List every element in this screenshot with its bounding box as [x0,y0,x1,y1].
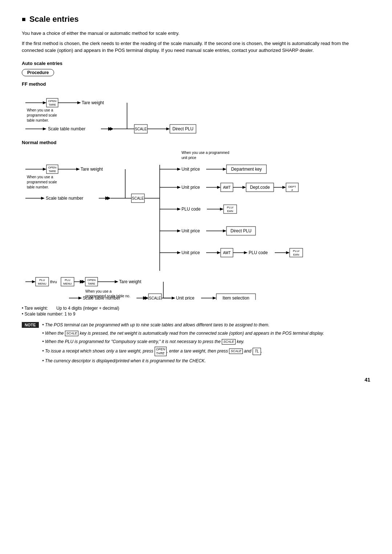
svg-text:OPEN: OPEN [87,278,96,282]
svg-text:When you use a: When you use a [27,175,53,179]
svg-text:SCALE: SCALE [132,196,144,200]
svg-marker-30 [43,168,46,171]
svg-marker-108 [32,280,36,283]
svg-marker-78 [177,208,181,211]
svg-text:OPEN: OPEN [48,99,57,103]
svg-text:MENU: MENU [63,282,72,285]
svg-text:PLU: PLU [39,278,45,282]
svg-marker-93 [177,251,181,254]
procedure-badge: Procedure [22,69,54,76]
note-block: NOTE • The POS terminal can be programme… [22,322,370,366]
note-item-4: • To issue a receipt which shows only a … [42,347,324,356]
svg-text:Unit price: Unit price [176,296,195,300]
svg-marker-138 [172,297,175,300]
note-item-5: • The currency descriptor is displayed/p… [42,358,324,364]
svg-marker-100 [244,251,248,254]
svg-text:Item selection: Item selection [222,296,249,300]
svg-marker-129 [78,297,82,300]
svg-text:TARE: TARE [88,282,95,285]
svg-marker-69 [242,186,246,189]
svg-marker-86 [177,229,181,232]
svg-marker-89 [223,229,226,232]
svg-marker-6 [77,101,81,104]
svg-text:AMT: AMT [223,251,230,255]
svg-marker-81 [220,208,224,211]
svg-marker-73 [282,186,286,189]
svg-text:Tare weight: Tare weight [82,100,104,105]
auto-scale-title: Auto scale entries [22,61,370,66]
normal-diagram-svg: When you use a programmed unit price OPE… [22,147,367,300]
svg-text:#: # [291,188,293,192]
svg-text:Department key: Department key [231,167,262,172]
page-number: 41 [22,377,370,383]
svg-text:Unit price: Unit price [181,250,200,255]
svg-marker-141 [213,297,216,300]
svg-marker-58 [223,168,226,171]
svg-text:When you use a programmed: When you use a programmed [181,151,229,155]
svg-text:Direct PLU: Direct PLU [172,126,193,131]
svg-text:Scale table number: Scale table number [46,196,83,201]
svg-text:TARE: TARE [49,170,56,173]
note-tare-weight: • Tare weight: Up to 4 digits (integer +… [22,306,370,311]
note-content: • The POS terminal can be programmed wit… [42,322,324,366]
svg-text:DEPT: DEPT [288,185,296,188]
svg-marker-35 [76,168,80,171]
ff-method-title: FF method [22,81,370,87]
svg-text:Tare weight: Tare weight [81,167,103,172]
normal-method-title: Normal method [22,140,370,145]
svg-text:When you use a: When you use a [27,108,53,112]
svg-text:PLU: PLU [65,278,70,282]
svg-text:Unit price: Unit price [181,228,200,233]
svg-marker-46 [107,196,111,200]
svg-text:When you use a: When you use a [85,289,112,293]
svg-marker-55 [177,168,181,171]
svg-text:TARE: TARE [49,103,56,106]
svg-text:EAN: EAN [293,253,299,256]
note-item-1: • The POS terminal can be programmed wit… [42,322,324,329]
svg-marker-13 [43,127,46,130]
svg-text:OPEN: OPEN [48,166,57,169]
page-title: Scale entries [22,15,370,24]
scale-key-inline-2: SCALE [222,339,236,345]
svg-text:table number.: table number. [27,118,49,122]
svg-marker-103 [286,251,290,254]
svg-text:table number.: table number. [27,185,49,189]
svg-text:Scale table number: Scale table number [48,126,85,131]
note-label: NOTE [22,322,39,328]
scale-key-inline: SCALE [65,331,79,336]
svg-marker-133 [145,296,148,300]
svg-text:PLU code: PLU code [249,250,268,255]
svg-marker-42 [41,197,45,200]
svg-text:EAN: EAN [227,209,233,213]
svg-text:PLU code: PLU code [181,207,201,212]
svg-text:PLU/: PLU/ [293,249,300,253]
svg-marker-96 [217,251,221,254]
svg-text:thru: thru [50,280,57,284]
svg-text:SCALE: SCALE [135,127,147,131]
note-item-3: • When the PLU is programmed for "Compul… [42,338,324,345]
svg-text:unit price: unit price [181,156,196,160]
svg-text:SCALE: SCALE [149,296,161,300]
svg-marker-118 [82,280,85,284]
svg-marker-123 [115,280,118,283]
svg-text:programmed scale: programmed scale [27,180,57,184]
notes-area: • Tare weight: Up to 4 digits (integer +… [22,306,370,317]
note-scale-table: • Scale table number: 1 to 9 [22,311,370,317]
ff-diagram-svg: OPEN TARE Tare weight When you use a pro… [22,89,348,136]
svg-marker-62 [177,186,181,189]
note-item-2: • When the SCALE key is pressed, the net… [42,330,324,337]
normal-method-diagram: When you use a programmed unit price OPE… [22,147,370,300]
scale-key-inline-3: SCALE [229,349,243,354]
ff-method-diagram: OPEN TARE Tare weight When you use a pro… [22,89,370,136]
svg-text:Dept.code: Dept.code [250,185,270,190]
svg-text:Scale table number: Scale table number [83,296,120,300]
intro-line-2: If the first method is chosen, the clerk… [22,40,370,54]
svg-text:Tare weight: Tare weight [119,279,142,284]
svg-marker-65 [217,186,221,189]
svg-text:Direct PLU: Direct PLU [230,228,252,233]
svg-text:PLU/: PLU/ [227,206,234,209]
svg-marker-24 [166,127,170,130]
svg-marker-17 [110,127,114,131]
svg-marker-1 [43,101,46,104]
svg-text:Unit price: Unit price [181,167,200,172]
